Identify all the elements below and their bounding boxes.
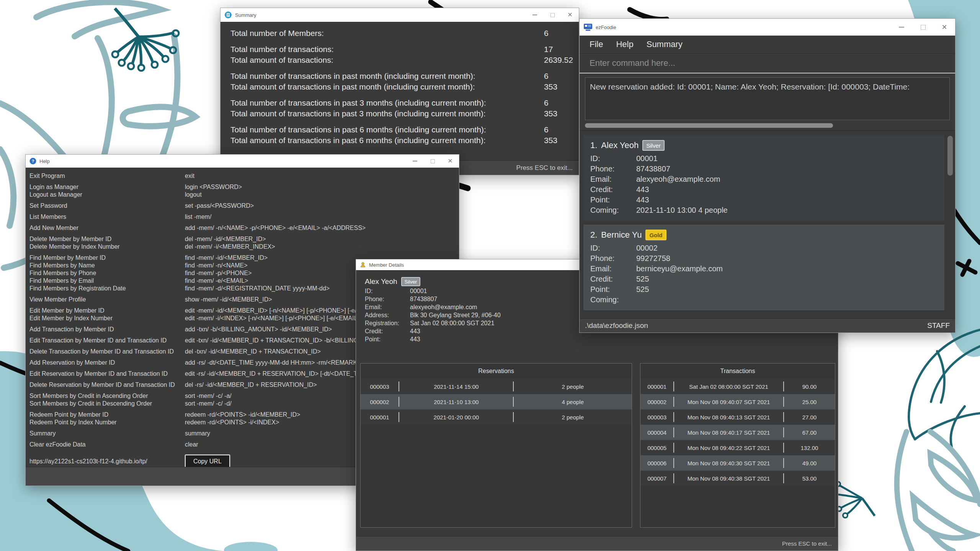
vertical-scrollbar-thumb[interactable] xyxy=(947,136,953,176)
help-action-label: Delete Member by Member ID xyxy=(29,236,185,243)
member-field-value: 00002 xyxy=(636,244,658,253)
summary-statistics: Total number of Members:6Total number of… xyxy=(220,22,579,160)
summary-group: Total number of transactions:17Total amo… xyxy=(230,44,579,65)
member-field-row: ID:00002 xyxy=(590,243,938,253)
minimize-button[interactable] xyxy=(406,155,424,168)
help-action-label: Edit Member by Member ID xyxy=(29,307,185,314)
summary-group: Total number of transactions in past mon… xyxy=(230,71,579,92)
table-row[interactable]: 0000032021-11-14 15:002 people xyxy=(361,379,632,394)
table-row[interactable]: 000002Mon Nov 08 09:40:07 SGT 202125.00 xyxy=(640,394,835,409)
help-row: Delete Member by Index Numberdel -mem/ -… xyxy=(29,243,459,251)
cell-id: 000003 xyxy=(361,383,399,390)
help-command-text: exit xyxy=(185,173,194,179)
member-name: Alex Yeoh xyxy=(601,140,639,150)
table-row[interactable]: 0000012021-01-20 00:002 people xyxy=(361,409,632,425)
menu-file[interactable]: File xyxy=(590,39,603,49)
command-placeholder: Enter command here... xyxy=(590,58,675,68)
help-action-label: Find Members by Registration Date xyxy=(29,285,185,292)
member-card[interactable]: 2.Bernice YuGoldID:00002Phone:99272758Em… xyxy=(583,225,944,310)
cell-datetime: 2021-11-10 13:00 xyxy=(399,399,513,405)
profile-field-value: 443 xyxy=(410,328,420,335)
cell-value: 25.00 xyxy=(784,399,835,405)
help-action-label: Add New Member xyxy=(29,225,185,231)
summary-row-label: Total number of transactions in past 3 m… xyxy=(230,98,544,108)
member-field-label: Email: xyxy=(590,264,636,273)
member-field-label: Credit: xyxy=(590,185,636,194)
close-button[interactable]: ✕ xyxy=(441,155,459,168)
help-action-label: Add Reservation by Member ID xyxy=(29,359,185,366)
maximize-button[interactable] xyxy=(424,155,441,168)
member-index: 1. xyxy=(590,140,597,150)
help-command-text: sort -mem/ -c/ -a/ xyxy=(185,393,232,399)
table-row[interactable]: 000006Mon Nov 08 09:40:30 SGT 202149.00 xyxy=(640,455,835,471)
member-field-label: Email: xyxy=(590,175,636,184)
help-row: List Memberslist -mem/ xyxy=(29,213,459,221)
minimize-button[interactable] xyxy=(526,8,544,22)
ezfoodie-titlebar[interactable]: ezFoodie ✕ xyxy=(580,19,955,36)
horizontal-scrollbar-thumb[interactable] xyxy=(585,123,833,128)
summary-row-label: Total number of transactions in past mon… xyxy=(230,72,544,81)
help-action-label: Find Member by Member ID xyxy=(29,254,185,261)
close-button[interactable]: ✕ xyxy=(934,19,955,36)
summary-window: Summary ✕ Total number of Members:6Total… xyxy=(220,8,579,175)
menu-bar: File Help Summary xyxy=(580,36,955,54)
cell-id: 000007 xyxy=(640,475,673,482)
command-input[interactable]: Enter command here... xyxy=(580,54,955,73)
cell-datetime: Mon Nov 08 09:40:22 SGT 2021 xyxy=(674,445,783,451)
summary-window-title: Summary xyxy=(235,12,256,18)
maximize-button[interactable] xyxy=(912,19,934,36)
close-button[interactable]: ✕ xyxy=(561,8,579,22)
profile-field-value: 00001 xyxy=(410,288,427,295)
minimize-button[interactable] xyxy=(891,19,912,36)
member-name: Alex Yeoh xyxy=(365,277,397,286)
member-card[interactable]: 1.Alex YeohSilverID:00001Phone:87438807E… xyxy=(583,135,944,221)
cell-datetime: Sat Jan 02 08:00:00 SGT 2021 xyxy=(674,383,783,390)
sprig-bottom-right xyxy=(833,482,875,518)
copy-url-button[interactable]: Copy URL xyxy=(185,455,230,467)
summary-row-value: 6 xyxy=(544,72,549,81)
help-row: Add New Memberadd -mem/ -n/<NAME> -p/<PH… xyxy=(29,224,459,232)
cell-id: 000006 xyxy=(640,460,673,466)
data-file-path: .\data\ezfoodie.json xyxy=(585,321,648,330)
menu-summary[interactable]: Summary xyxy=(647,39,683,49)
cell-value: 4 people xyxy=(514,399,632,405)
help-action-label: Add Transaction by Member ID xyxy=(29,326,185,333)
summary-row-value: 353 xyxy=(544,136,557,145)
table-row[interactable]: 000007Mon Nov 08 09:40:38 SGT 202153.00 xyxy=(640,471,835,486)
summary-group: Total number of Members:6 xyxy=(230,28,579,39)
help-command-text: clear xyxy=(185,441,198,448)
help-command-text: find -mem/ -d/<REGISTRATION_DATE yyyy-MM… xyxy=(185,285,330,292)
menu-help[interactable]: Help xyxy=(616,39,633,49)
member-field-label: Phone: xyxy=(590,165,636,173)
table-row[interactable]: 000004Mon Nov 08 09:40:17 SGT 202167.00 xyxy=(640,425,835,440)
summary-titlebar[interactable]: Summary ✕ xyxy=(220,8,579,22)
cell-value: 2 people xyxy=(514,414,632,421)
summary-row-value: 17 xyxy=(544,45,553,54)
member-field-label: ID: xyxy=(590,154,636,163)
member-field-label: Credit: xyxy=(590,275,636,284)
help-command-text: find -mem/ -id/<MEMBER_ID> xyxy=(185,254,268,261)
horizontal-scrollbar[interactable] xyxy=(585,123,950,128)
member-field-value: 443 xyxy=(636,196,649,204)
transactions-table: Transactions 000001Sat Jan 02 08:00:00 S… xyxy=(640,363,835,528)
cell-datetime: 2021-11-14 15:00 xyxy=(399,383,513,390)
result-display: New reservation added: Id: 00001; Name: … xyxy=(580,73,955,120)
maximize-button[interactable] xyxy=(544,8,561,22)
cell-value: 132.00 xyxy=(784,445,835,451)
table-row[interactable]: 000005Mon Nov 08 09:40:22 SGT 2021132.00 xyxy=(640,440,835,455)
help-titlebar[interactable]: ? Help ✕ xyxy=(26,155,459,168)
help-action-label: Sort Members by Credit in Descending Ord… xyxy=(29,400,185,407)
profile-field-label: Email: xyxy=(365,304,410,311)
help-group: Login as Managerlogin <PASSWORD>Logout a… xyxy=(29,183,459,199)
summary-row: Total number of transactions in past 6 m… xyxy=(230,124,579,135)
table-row[interactable]: 0000022021-11-10 13:004 people xyxy=(361,394,632,409)
summary-row-label: Total number of transactions: xyxy=(230,45,544,54)
summary-group: Total number of transactions in past 3 m… xyxy=(230,98,579,119)
profile-field-value: alexyeoh@example.com xyxy=(410,304,477,311)
table-row[interactable]: 000003Mon Nov 08 09:40:13 SGT 202127.00 xyxy=(640,409,835,425)
tier-badge: Silver xyxy=(401,277,421,286)
ezfoodie-status-bar: .\data\ezfoodie.json STAFF xyxy=(580,318,955,333)
cell-datetime: Mon Nov 08 09:40:30 SGT 2021 xyxy=(674,460,783,466)
table-row[interactable]: 000001Sat Jan 02 08:00:00 SGT 202190.00 xyxy=(640,379,835,394)
summary-row-label: Total amount of transactions: xyxy=(230,55,544,65)
